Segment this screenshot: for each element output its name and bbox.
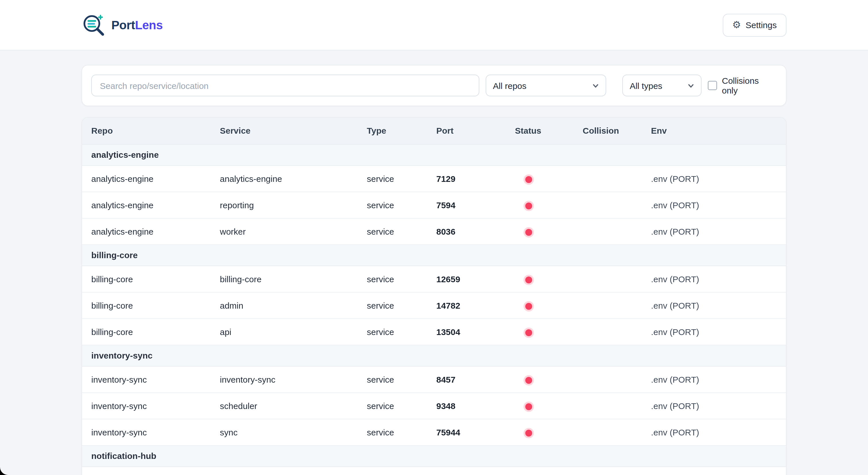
status-dot-icon — [525, 377, 532, 383]
table-row[interactable]: analytics-engine analytics-engine servic… — [82, 165, 786, 192]
status-dot-icon — [525, 202, 532, 209]
cell-repo: inventory-sync — [82, 393, 220, 419]
cell-port: 75944 — [436, 419, 515, 445]
cell-status — [515, 366, 583, 393]
cell-port: 13504 — [436, 318, 515, 345]
repo-filter-value: All repos — [493, 80, 526, 90]
cell-type: service — [367, 419, 436, 445]
group-header-row[interactable]: notification-hub — [82, 445, 786, 466]
cell-status — [515, 218, 583, 244]
table-header-row: RepoServiceTypePortStatusCollisionEnv — [82, 117, 786, 144]
cell-service: api — [220, 318, 367, 345]
group-name: analytics-engine — [82, 144, 786, 165]
chevron-down-icon — [687, 82, 694, 89]
cell-collision — [583, 266, 651, 292]
cell-env: .env (PORT) — [651, 266, 786, 292]
cell-env: .env (PORT) — [651, 218, 786, 244]
cell-status — [515, 419, 583, 445]
group-header-row[interactable]: inventory-sync — [82, 345, 786, 366]
type-filter-value: All types — [630, 80, 662, 90]
settings-button[interactable]: ⚙ Settings — [722, 13, 786, 36]
cell-service: inventory-sync — [220, 366, 367, 393]
cell-type: service — [367, 318, 436, 345]
cell-service: notification-hub — [220, 466, 367, 475]
cell-status — [515, 292, 583, 318]
status-dot-icon — [525, 303, 532, 309]
cell-collision — [583, 318, 651, 345]
cell-repo: billing-core — [82, 266, 220, 292]
cell-collision — [583, 393, 651, 419]
cell-collision — [583, 218, 651, 244]
cell-service: sync — [220, 419, 367, 445]
status-dot-icon — [525, 276, 532, 283]
cell-collision — [583, 419, 651, 445]
table-row[interactable]: inventory-sync inventory-sync service 84… — [82, 366, 786, 393]
cell-status — [515, 318, 583, 345]
group-header-row[interactable]: billing-core — [82, 244, 786, 266]
collisions-only-toggle[interactable]: Collisions only — [708, 76, 777, 95]
cell-type: service — [367, 218, 436, 244]
cell-port: 7594 — [436, 192, 515, 218]
cell-collision — [583, 192, 651, 218]
table-row[interactable]: inventory-sync sync service 75944 .env (… — [82, 419, 786, 445]
status-dot-icon — [525, 229, 532, 236]
table-row[interactable]: analytics-engine reporting service 7594 … — [82, 192, 786, 218]
cell-port: 8457 — [436, 366, 515, 393]
cell-port: 14782 — [436, 292, 515, 318]
repo-filter-select[interactable]: All repos — [485, 75, 606, 96]
cell-service: scheduler — [220, 393, 367, 419]
column-header-collision: Collision — [583, 117, 651, 144]
cell-collision — [583, 466, 651, 475]
cell-type: service — [367, 393, 436, 419]
cell-port: 12659 — [436, 266, 515, 292]
cell-env: .env (PORT) — [651, 366, 786, 393]
table-row[interactable]: billing-core admin service 14782 .env (P… — [82, 292, 786, 318]
chevron-down-icon — [592, 82, 599, 89]
cell-service: reporting — [220, 192, 367, 218]
ports-table-card: RepoServiceTypePortStatusCollisionEnv an… — [82, 117, 786, 475]
status-dot-icon — [525, 403, 532, 410]
table-row[interactable]: billing-core api service 13504 .env (POR… — [82, 318, 786, 345]
top-bar: PortLens ⚙ Settings — [0, 0, 868, 50]
cell-service: billing-core — [220, 266, 367, 292]
cell-repo: notification-hub — [82, 466, 220, 475]
group-header-row[interactable]: analytics-engine — [82, 144, 786, 165]
cell-type: service — [367, 466, 436, 475]
cell-collision — [583, 292, 651, 318]
cell-repo: analytics-engine — [82, 218, 220, 244]
cell-repo: analytics-engine — [82, 192, 220, 218]
status-dot-icon — [525, 430, 532, 436]
cell-service: analytics-engine — [220, 165, 367, 192]
column-header-type: Type — [367, 117, 436, 144]
column-header-service: Service — [220, 117, 367, 144]
cell-env: .env (PORT) — [651, 393, 786, 419]
cell-env: .env (PORT) — [651, 318, 786, 345]
app-window: PortLens ⚙ Settings All repos All types … — [0, 0, 868, 475]
cell-service: admin — [220, 292, 367, 318]
cell-type: service — [367, 192, 436, 218]
table-row[interactable]: notification-hub notification-hub servic… — [82, 466, 786, 475]
collisions-only-checkbox[interactable] — [708, 81, 717, 90]
type-filter-select[interactable]: All types — [622, 75, 701, 96]
group-name: billing-core — [82, 244, 786, 266]
group-name: inventory-sync — [82, 345, 786, 366]
cell-type: service — [367, 266, 436, 292]
column-header-status: Status — [515, 117, 583, 144]
cell-env: .env (PORT) — [651, 165, 786, 192]
table-row[interactable]: analytics-engine worker service 8036 .en… — [82, 218, 786, 244]
column-header-env: Env — [651, 117, 786, 144]
settings-button-label: Settings — [746, 20, 777, 30]
column-header-repo: Repo — [82, 117, 220, 144]
collisions-only-label: Collisions only — [722, 76, 777, 95]
cell-repo: inventory-sync — [82, 419, 220, 445]
cell-env: .env (PORT) — [651, 192, 786, 218]
table-row[interactable]: inventory-sync scheduler service 9348 .e… — [82, 393, 786, 419]
filter-bar: All repos All types Collisions only — [82, 65, 786, 106]
group-name: notification-hub — [82, 445, 786, 466]
table-row[interactable]: billing-core billing-core service 12659 … — [82, 266, 786, 292]
cell-repo: billing-core — [82, 292, 220, 318]
brand-logo: PortLens — [82, 12, 163, 38]
search-input[interactable] — [91, 75, 479, 96]
cell-type: service — [367, 292, 436, 318]
cell-port: 9785 — [436, 466, 515, 475]
